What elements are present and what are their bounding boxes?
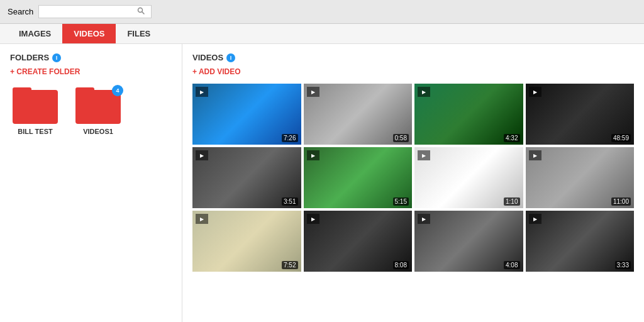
video-duration: 3:51 (282, 197, 297, 206)
video-thumbnail[interactable]: ▶0:58 (304, 84, 413, 145)
video-thumbnail[interactable]: ▶7:52 (192, 211, 301, 272)
video-duration: 4:08 (504, 261, 519, 269)
play-button-icon: ▶ (529, 87, 541, 97)
search-bar: Search (0, 0, 644, 24)
search-input-wrap (38, 5, 152, 18)
add-video-button[interactable]: + ADD VIDEO (192, 67, 241, 76)
content-area: VIDEOS i + ADD VIDEO ▶7:26▶0:58▶4:32▶48:… (182, 44, 644, 322)
play-button-icon: ▶ (418, 214, 430, 224)
video-duration: 11:00 (611, 197, 631, 206)
tab-files[interactable]: FILES (116, 24, 162, 43)
video-thumbnail[interactable]: ▶8:08 (304, 211, 413, 272)
tab-images[interactable]: IMAGES (8, 24, 62, 43)
main-layout: FOLDERS i + CREATE FOLDER BILL TEST 4 (0, 44, 644, 322)
video-duration: 48:59 (611, 134, 631, 142)
videos-section-title: VIDEOS i (192, 53, 634, 62)
tab-bar: IMAGES VIDEOS FILES (0, 24, 644, 44)
video-thumbnail[interactable]: ▶11:00 (526, 147, 635, 208)
play-button-icon: ▶ (529, 214, 541, 224)
folders-section-title: FOLDERS i (10, 53, 172, 62)
folder-name: VIDEOS1 (83, 128, 113, 135)
video-thumbnail[interactable]: ▶5:15 (304, 147, 413, 208)
play-button-icon: ▶ (307, 214, 319, 224)
folder-item[interactable]: BILL TEST (10, 87, 60, 135)
folder-badge: 4 (112, 85, 123, 96)
folder-shape (13, 90, 58, 124)
video-duration: 3:33 (615, 261, 631, 269)
videos-title: VIDEOS (192, 53, 223, 62)
search-label: Search (8, 7, 33, 16)
play-button-icon: ▶ (529, 150, 541, 160)
video-thumbnail[interactable]: ▶48:59 (526, 84, 635, 145)
video-thumbnail[interactable]: ▶3:33 (526, 211, 635, 272)
video-duration: 1:10 (504, 197, 519, 206)
video-thumbnail[interactable]: ▶3:51 (192, 147, 301, 208)
folders-grid: BILL TEST 4 VIDEOS1 (10, 87, 172, 135)
svg-line-1 (142, 12, 144, 14)
search-icon (137, 7, 145, 16)
folder-name: BILL TEST (18, 128, 52, 135)
play-button-icon: ▶ (418, 150, 430, 160)
tab-videos[interactable]: VIDEOS (62, 24, 116, 43)
folder-item[interactable]: 4 VIDEOS1 (73, 87, 123, 135)
video-duration: 8:08 (393, 261, 409, 269)
play-button-icon: ▶ (418, 87, 430, 97)
folders-info-icon[interactable]: i (52, 53, 61, 62)
play-button-icon: ▶ (196, 214, 208, 224)
search-input[interactable] (43, 8, 137, 16)
video-thumbnail[interactable]: ▶1:10 (414, 147, 523, 208)
videos-info-icon[interactable]: i (226, 53, 235, 62)
create-folder-button[interactable]: + CREATE FOLDER (10, 67, 80, 76)
play-button-icon: ▶ (196, 87, 208, 97)
folder-icon (13, 87, 58, 124)
play-button-icon: ▶ (307, 87, 319, 97)
play-button-icon: ▶ (196, 150, 208, 160)
video-duration: 7:26 (282, 134, 297, 142)
video-thumbnail[interactable]: ▶4:08 (414, 211, 523, 272)
folders-title: FOLDERS (10, 53, 49, 62)
video-grid: ▶7:26▶0:58▶4:32▶48:59▶3:51▶5:15▶1:10▶11:… (192, 84, 634, 272)
video-thumbnail[interactable]: ▶4:32 (414, 84, 523, 145)
video-duration: 4:32 (504, 134, 519, 142)
folder-icon: 4 (75, 87, 121, 124)
video-duration: 7:52 (282, 261, 297, 269)
video-duration: 0:58 (393, 134, 409, 142)
sidebar: FOLDERS i + CREATE FOLDER BILL TEST 4 (0, 44, 182, 322)
video-thumbnail[interactable]: ▶7:26 (192, 84, 301, 145)
play-button-icon: ▶ (307, 150, 319, 160)
video-duration: 5:15 (393, 197, 409, 206)
